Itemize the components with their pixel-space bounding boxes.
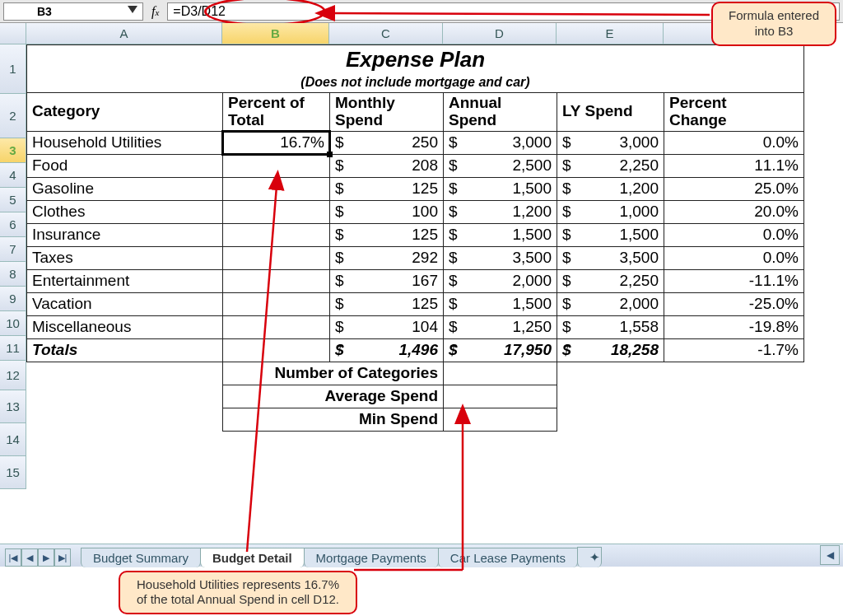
cell-category[interactable]: Food xyxy=(27,154,223,177)
cell-pct[interactable] xyxy=(223,292,330,315)
cell-category[interactable]: Insurance xyxy=(27,223,223,246)
new-sheet-icon[interactable]: ✦ xyxy=(577,547,602,567)
row-header-15[interactable]: 15 xyxy=(0,456,26,489)
cell-B3-selected[interactable]: 16.7% xyxy=(223,131,330,154)
row-header-8[interactable]: 8 xyxy=(0,262,26,287)
cell-ly[interactable]: $1,558 xyxy=(557,315,664,338)
summary-value[interactable] xyxy=(444,362,557,385)
tab-budget-detail[interactable]: Budget Detail xyxy=(200,548,305,567)
tab-first-icon[interactable]: |◀ xyxy=(5,548,21,567)
totals-annual[interactable]: $17,950 xyxy=(444,338,557,362)
cell-change[interactable]: 20.0% xyxy=(664,200,804,223)
hscroll-left-icon[interactable]: ◀ xyxy=(820,545,840,565)
table-row[interactable]: Taxes$292$3,500$3,5000.0% xyxy=(27,246,804,269)
cell-monthly[interactable]: $250 xyxy=(330,131,444,154)
table-row[interactable]: Vacation$125$1,500$2,000-25.0% xyxy=(27,292,804,315)
cell-ly[interactable]: $3,000 xyxy=(557,131,664,154)
header-change[interactable]: PercentChange xyxy=(664,93,804,132)
header-category[interactable]: Category xyxy=(27,93,223,132)
cell-category[interactable]: Gasoline xyxy=(27,177,223,200)
cell-ly[interactable]: $2,000 xyxy=(557,292,664,315)
cell-change[interactable]: -19.8% xyxy=(664,315,804,338)
table-row[interactable]: Miscellaneous$104$1,250$1,558-19.8% xyxy=(27,315,804,338)
cell-change[interactable]: 25.0% xyxy=(664,177,804,200)
label-row[interactable]: Average Spend xyxy=(27,385,804,408)
cell-change[interactable]: 0.0% xyxy=(664,131,804,154)
cell-ly[interactable]: $3,500 xyxy=(557,246,664,269)
cell-ly[interactable]: $2,250 xyxy=(557,154,664,177)
cell-change[interactable]: 11.1% xyxy=(664,154,804,177)
cell-category[interactable]: Entertainment xyxy=(27,269,223,292)
summary-label[interactable]: Number of Categories xyxy=(223,362,444,385)
row-header-5[interactable]: 5 xyxy=(0,188,26,212)
cell-pct[interactable] xyxy=(223,154,330,177)
cell-annual[interactable]: $1,200 xyxy=(444,200,557,223)
table-row[interactable]: Entertainment$167$2,000$2,250-11.1% xyxy=(27,269,804,292)
row-header-11[interactable]: 11 xyxy=(0,336,26,361)
tab-mortgage-payments[interactable]: Mortgage Payments xyxy=(304,548,439,567)
cell-annual[interactable]: $1,500 xyxy=(444,177,557,200)
table-row[interactable]: Food$208$2,500$2,25011.1% xyxy=(27,154,804,177)
col-header-D[interactable]: D xyxy=(443,23,557,44)
cell-monthly[interactable]: $125 xyxy=(330,292,444,315)
cell-category[interactable]: Vacation xyxy=(27,292,223,315)
tab-next-icon[interactable]: ▶ xyxy=(38,548,54,567)
header-row[interactable]: Category Percent ofTotal MonthlySpend An… xyxy=(27,93,804,132)
totals-label[interactable]: Totals xyxy=(27,338,223,362)
cell-category[interactable]: Household Utilities xyxy=(27,131,223,154)
col-header-B[interactable]: B xyxy=(222,23,329,44)
totals-pct[interactable] xyxy=(223,338,330,362)
cell-annual[interactable]: $3,000 xyxy=(444,131,557,154)
totals-row[interactable]: Totals$1,496$17,950$18,258-1.7% xyxy=(27,338,804,362)
row-header-4[interactable]: 4 xyxy=(0,163,26,188)
cell-monthly[interactable]: $167 xyxy=(330,269,444,292)
header-percent[interactable]: Percent ofTotal xyxy=(223,93,330,132)
cell-ly[interactable]: $1,500 xyxy=(557,223,664,246)
header-monthly[interactable]: MonthlySpend xyxy=(330,93,444,132)
tab-budget-summary[interactable]: Budget Summary xyxy=(81,548,201,567)
totals-monthly[interactable]: $1,496 xyxy=(330,338,444,362)
row-header-13[interactable]: 13 xyxy=(0,390,26,423)
row-header-12[interactable]: 12 xyxy=(0,361,26,390)
name-box-dropdown-icon[interactable] xyxy=(128,6,137,13)
cell-pct[interactable] xyxy=(223,177,330,200)
row-header-1[interactable]: 1 xyxy=(0,44,26,94)
row-header-10[interactable]: 10 xyxy=(0,311,26,336)
title-row[interactable]: Expense Plan (Does not include mortgage … xyxy=(27,45,804,93)
fx-icon[interactable]: fx xyxy=(147,4,164,19)
cell-pct[interactable] xyxy=(223,200,330,223)
col-header-A[interactable]: A xyxy=(26,23,222,44)
label-row[interactable]: Min Spend xyxy=(27,408,804,431)
table-row[interactable]: Household Utilities16.7%$250$3,000$3,000… xyxy=(27,131,804,154)
header-ly[interactable]: LY Spend xyxy=(557,93,664,132)
cell-ly[interactable]: $2,250 xyxy=(557,269,664,292)
cell-monthly[interactable]: $125 xyxy=(330,177,444,200)
cell-annual[interactable]: $1,500 xyxy=(444,292,557,315)
cell-annual[interactable]: $1,250 xyxy=(444,315,557,338)
table-row[interactable]: Insurance$125$1,500$1,5000.0% xyxy=(27,223,804,246)
cell-monthly[interactable]: $292 xyxy=(330,246,444,269)
summary-label[interactable]: Min Spend xyxy=(223,408,444,431)
cell-annual[interactable]: $1,500 xyxy=(444,223,557,246)
header-annual[interactable]: AnnualSpend xyxy=(444,93,557,132)
tab-car-lease-payments[interactable]: Car Lease Payments xyxy=(438,548,578,567)
cell-monthly[interactable]: $125 xyxy=(330,223,444,246)
worksheet[interactable]: A B C D E F 123456789101112131415 Expens… xyxy=(0,23,843,544)
col-header-C[interactable]: C xyxy=(329,23,443,44)
cell-annual[interactable]: $2,000 xyxy=(444,269,557,292)
cell-annual[interactable]: $3,500 xyxy=(444,246,557,269)
name-box[interactable]: B3 xyxy=(3,2,143,21)
summary-value[interactable] xyxy=(444,408,557,431)
cell-change[interactable]: -11.1% xyxy=(664,269,804,292)
row-header-2[interactable]: 2 xyxy=(0,94,26,138)
col-header-E[interactable]: E xyxy=(557,23,664,44)
row-header-3[interactable]: 3 xyxy=(0,138,26,163)
table-row[interactable]: Gasoline$125$1,500$1,20025.0% xyxy=(27,177,804,200)
cell-annual[interactable]: $2,500 xyxy=(444,154,557,177)
totals-change[interactable]: -1.7% xyxy=(664,338,804,362)
cell-category[interactable]: Miscellaneous xyxy=(27,315,223,338)
cell-monthly[interactable]: $208 xyxy=(330,154,444,177)
cell-ly[interactable]: $1,200 xyxy=(557,177,664,200)
row-header-7[interactable]: 7 xyxy=(0,237,26,262)
totals-ly[interactable]: $18,258 xyxy=(557,338,664,362)
